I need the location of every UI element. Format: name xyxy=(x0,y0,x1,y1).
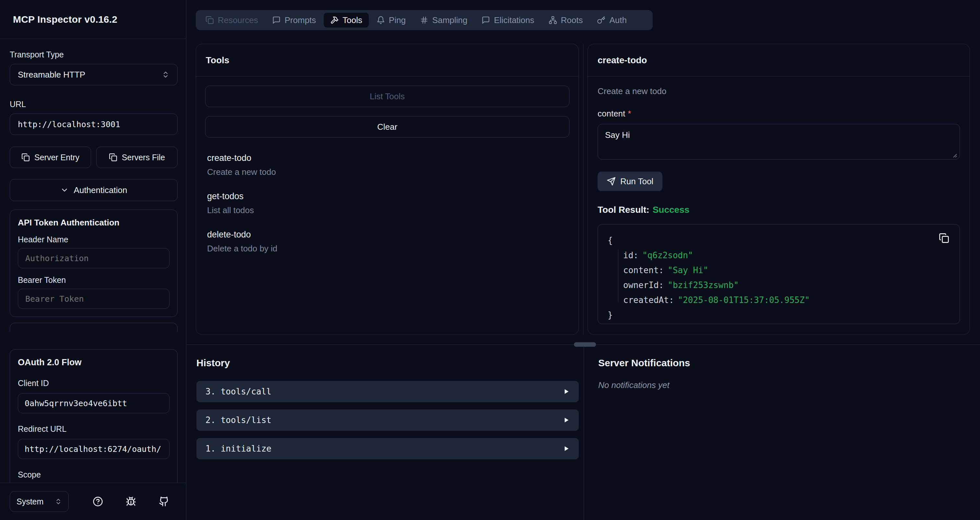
transport-type-value: Streamable HTTP xyxy=(18,70,85,80)
bearer-token-input[interactable] xyxy=(18,289,170,309)
json-value: "bzif253zswnb" xyxy=(668,280,738,290)
sidebar-footer: System xyxy=(0,483,186,520)
panel-resize-gutter[interactable] xyxy=(583,44,583,335)
bearer-token-label: Bearer Token xyxy=(18,275,170,285)
content-textarea-wrap: Say Hi xyxy=(598,119,960,162)
transport-type-label: Transport Type xyxy=(10,50,178,59)
content-label-text: content xyxy=(598,108,625,118)
required-marker: * xyxy=(628,108,631,118)
report-bug-button[interactable] xyxy=(126,496,136,507)
client-id-input[interactable] xyxy=(18,393,170,413)
history-row-label: 3. tools/call xyxy=(205,387,272,396)
server-notifications-title: Server Notifications xyxy=(598,357,955,368)
expand-arrow-icon xyxy=(563,445,570,452)
authentication-toggle[interactable]: Authentication xyxy=(10,179,178,201)
servers-file-label: Servers File xyxy=(122,153,165,162)
transport-type-select[interactable]: Streamable HTTP xyxy=(10,64,178,85)
message-square-icon xyxy=(272,16,281,24)
github-icon xyxy=(159,496,169,507)
header-name-label: Header Name xyxy=(18,235,170,244)
api-token-title: API Token Authentication xyxy=(18,218,170,228)
chevrons-up-down-icon xyxy=(55,498,62,505)
redirect-url-input[interactable] xyxy=(18,439,170,459)
hammer-icon xyxy=(330,16,339,24)
servers-file-button[interactable]: Servers File xyxy=(96,147,178,168)
json-key: createdAt: xyxy=(623,295,674,305)
json-key: content: xyxy=(623,265,664,275)
header-name-input[interactable] xyxy=(18,248,170,268)
footer-icons xyxy=(93,496,169,507)
help-button[interactable] xyxy=(93,496,103,507)
github-button[interactable] xyxy=(159,496,169,507)
client-id-label: Client ID xyxy=(18,378,170,388)
tab-auth[interactable]: Auth xyxy=(590,13,633,27)
copy-icon xyxy=(21,153,30,161)
copy-icon xyxy=(109,153,117,161)
json-value: "2025-08-01T15:37:05.955Z" xyxy=(678,295,810,305)
tab-prompts[interactable]: Prompts xyxy=(266,13,323,27)
theme-select[interactable]: System xyxy=(10,491,69,512)
tab-label: Sampling xyxy=(432,15,467,25)
copy-result-button[interactable] xyxy=(939,233,949,243)
clear-tools-button[interactable]: Clear xyxy=(205,116,570,137)
sidebar-content: Transport Type Streamable HTTP URL Serve… xyxy=(0,39,186,483)
message-square-icon xyxy=(482,16,490,24)
bell-icon xyxy=(377,16,385,24)
history-row-tools-call[interactable]: 3. tools/call xyxy=(196,381,579,402)
run-tool-label: Run Tool xyxy=(620,177,653,187)
oauth-flow-title: OAuth 2.0 Flow xyxy=(18,357,170,367)
send-icon xyxy=(607,177,616,186)
api-token-card: API Token Authentication Header Name Bea… xyxy=(10,209,178,317)
json-row: createdAt:"2025-08-01T15:37:05.955Z" xyxy=(608,293,950,308)
chevron-down-icon xyxy=(60,186,69,194)
history-row-initialize[interactable]: 1. initialize xyxy=(196,438,579,459)
tab-label: Roots xyxy=(561,15,583,25)
copy-buttons-row: Server Entry Servers File xyxy=(10,147,178,168)
tool-name: create-todo xyxy=(207,153,568,163)
tool-name: delete-todo xyxy=(207,230,568,240)
tab-label: Elicitations xyxy=(494,15,534,25)
tool-result-label: Tool Result: xyxy=(598,205,649,215)
tool-list-item-delete-todo[interactable]: delete-todo Delete a todo by id xyxy=(207,223,568,261)
tools-panel: Tools List Tools Clear create-todo Creat… xyxy=(196,44,579,335)
list-tools-button[interactable]: List Tools xyxy=(205,86,570,107)
history-row-tools-list[interactable]: 2. tools/list xyxy=(196,409,579,431)
run-tool-button[interactable]: Run Tool xyxy=(598,172,662,191)
tab-label: Ping xyxy=(389,15,406,25)
tool-description: Create a new todo xyxy=(207,167,568,177)
tool-list-item-create-todo[interactable]: create-todo Create a new todo xyxy=(207,146,568,184)
tool-description: List all todos xyxy=(207,205,568,215)
chevrons-up-down-icon xyxy=(162,71,170,78)
history-row-label: 1. initialize xyxy=(205,444,272,453)
top-tab-bar: Resources Prompts Tools Ping Sampling El… xyxy=(196,10,653,30)
selected-tool-body: Create a new todo content* Say Hi Run To… xyxy=(588,77,970,334)
server-entry-button[interactable]: Server Entry xyxy=(10,147,91,168)
history-section: History 3. tools/call 2. tools/list 1. i… xyxy=(196,345,579,459)
json-row: id:"q6z2sodn" xyxy=(608,248,950,263)
tools-panel-body: List Tools Clear create-todo Create a ne… xyxy=(196,77,579,270)
tab-ping[interactable]: Ping xyxy=(370,13,412,27)
tab-roots[interactable]: Roots xyxy=(542,13,590,27)
history-title: History xyxy=(196,357,579,368)
tool-result-json-box: { id:"q6z2sodn" content:"Say Hi" ownerId… xyxy=(598,224,960,324)
history-row-label: 2. tools/list xyxy=(205,415,272,425)
json-open-brace: { xyxy=(608,233,950,248)
tab-sampling[interactable]: Sampling xyxy=(414,13,474,27)
tab-tools[interactable]: Tools xyxy=(324,13,369,27)
tab-elicitations[interactable]: Elicitations xyxy=(475,13,541,27)
json-row: ownerId:"bzif253zswnb" xyxy=(608,278,950,293)
url-input[interactable] xyxy=(10,113,178,135)
selected-tool-description: Create a new todo xyxy=(598,86,960,96)
expand-arrow-icon xyxy=(563,416,570,424)
tool-result-status: Success xyxy=(653,205,690,215)
oauth-flow-card: OAuth 2.0 Flow Client ID Redirect URL Sc… xyxy=(10,349,178,483)
content-field-label: content* xyxy=(598,108,960,119)
key-icon xyxy=(597,16,605,24)
json-close-brace: } xyxy=(608,308,950,322)
tool-name: get-todos xyxy=(207,191,568,201)
tool-list-item-get-todos[interactable]: get-todos List all todos xyxy=(207,184,568,223)
no-notifications-message: No notifications yet xyxy=(598,380,955,390)
content-textarea[interactable]: Say Hi xyxy=(598,124,960,160)
clipped-card-top xyxy=(10,323,178,332)
tools-panel-title: Tools xyxy=(196,44,579,77)
